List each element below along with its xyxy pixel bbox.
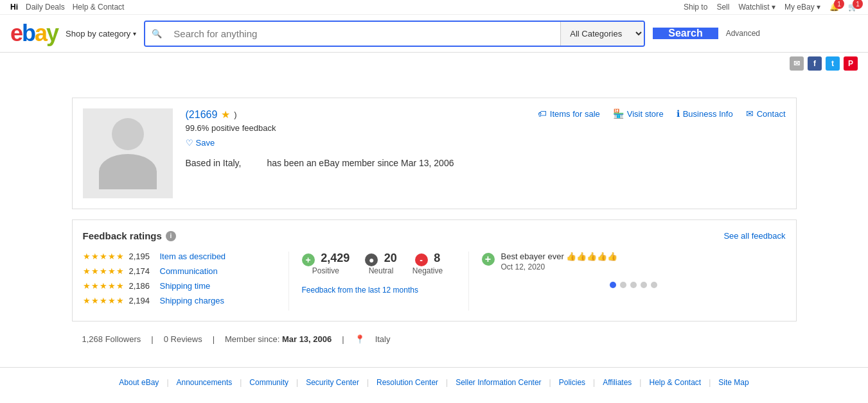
label-2: Communication [160, 266, 218, 276]
footer-affiliates[interactable]: Affiliates [603, 378, 632, 387]
ebay-logo[interactable]: ebay [10, 20, 58, 47]
neutral-stat: ● 20 Neutral [365, 252, 397, 275]
cart-badge: 1 [853, 0, 863, 9]
header-row: ebay Shop by category ▾ 🔍 All Categories… [0, 15, 868, 53]
feedback-info-icon[interactable]: i [166, 231, 176, 241]
dot-5[interactable] [651, 282, 657, 288]
footer-policies[interactable]: Policies [559, 378, 585, 387]
based-in: Based in Italy, [186, 158, 242, 168]
review-dots [482, 282, 786, 288]
profile-actions: 🏷 Items for sale 🏪 Visit store ℹ Busines… [538, 108, 786, 119]
negative-label: Negative [412, 266, 443, 275]
stars-4: ★★★★★ [83, 296, 124, 305]
daily-deals-link[interactable]: Daily Deals [26, 3, 65, 12]
shop-by-category[interactable]: Shop by category ▾ [66, 29, 136, 39]
my-ebay-link[interactable]: My eBay ▾ [784, 3, 820, 12]
stars-2: ★★★★★ [83, 266, 124, 276]
pinterest-share-icon[interactable]: P [844, 56, 858, 71]
negative-count: 8 [434, 252, 440, 264]
feedback-stats: + 2,429 Positive ● 20 Neutral [288, 252, 468, 311]
watchlist-link[interactable]: Watchlist ▾ [738, 3, 775, 12]
location-icon: 📍 [355, 334, 365, 344]
neutral-circle: ● [365, 253, 378, 266]
save-button[interactable]: ♡ Save [186, 138, 215, 148]
stars-1: ★★★★★ [83, 252, 124, 261]
footer-seller-info[interactable]: Seller Information Center [456, 378, 541, 387]
member-info-row: 1,268 Followers | 0 Reviews | Member sin… [72, 327, 797, 352]
cart[interactable]: 🛒 1 [848, 3, 858, 12]
footer-resolution-center[interactable]: Resolution Center [376, 378, 438, 387]
table-row: ★★★★★ 2,174 Communication [83, 266, 288, 276]
feedback-title-text: Feedback ratings [83, 230, 162, 241]
avatar [83, 108, 173, 198]
negative-circle: - [415, 253, 428, 266]
dot-4[interactable] [641, 282, 647, 288]
feedback-note: Feedback from the last 12 months [302, 286, 468, 295]
neutral-label: Neutral [365, 266, 397, 275]
advanced-link[interactable]: Advanced [726, 29, 760, 38]
neutral-count: 20 [384, 252, 397, 264]
profile-card: (21669 ★ ) 99.6% positive feedback ♡ Sav… [72, 98, 797, 209]
notification-badge: 1 [834, 0, 844, 9]
footer-announcements[interactable]: Announcements [177, 378, 233, 387]
table-row: ★★★★★ 2,186 Shipping time [83, 281, 288, 291]
member-since-label: Member since: Mar 13, 2006 [225, 334, 332, 344]
label-3: Shipping time [160, 281, 211, 291]
negative-stat: - 8 Negative [412, 252, 443, 275]
label-1: Item as described [160, 252, 226, 261]
positive-count: 2,429 [321, 252, 350, 264]
items-for-sale-link[interactable]: 🏷 Items for sale [538, 108, 600, 119]
count-2: 2,174 [129, 266, 155, 276]
table-row: ★★★★★ 2,195 Item as described [83, 252, 288, 261]
review-text: Best ebayer ever 👍👍👍👍👍 [501, 252, 618, 261]
feedback-section: Feedback ratings i See all feedback ★★★★… [72, 219, 797, 322]
items-icon: 🏷 [538, 108, 547, 119]
store-icon: 🏪 [613, 108, 624, 119]
positive-stat: + 2,429 Positive [302, 252, 350, 275]
member-since-text: has been an eBay member since Mar 13, 20… [267, 158, 454, 168]
email-share-icon[interactable]: ✉ [790, 56, 804, 71]
dot-1[interactable] [610, 282, 616, 288]
twitter-share-icon[interactable]: t [826, 56, 840, 71]
help-contact-link[interactable]: Help & Contact [73, 3, 125, 12]
footer-security-center[interactable]: Security Center [306, 378, 359, 387]
count-1: 2,195 [129, 252, 155, 261]
profile-info: (21669 ★ ) 99.6% positive feedback ♡ Sav… [186, 108, 786, 198]
search-input[interactable] [168, 22, 560, 46]
avatar-body [99, 154, 157, 189]
sell-link[interactable]: Sell [716, 3, 729, 12]
count-3: 2,186 [129, 281, 155, 291]
search-button[interactable]: Search [653, 28, 718, 39]
positive-label: Positive [302, 266, 350, 275]
footer-site-map[interactable]: Site Map [718, 378, 748, 387]
ratings-table: ★★★★★ 2,195 Item as described ★★★★★ 2,17… [83, 252, 288, 311]
best-review: + Best ebayer ever 👍👍👍👍👍 Oct 12, 2020 [468, 252, 786, 311]
business-info-link[interactable]: ℹ Business Info [677, 108, 733, 119]
footer-help-contact[interactable]: Help & Contact [649, 378, 701, 387]
reviews-count: 0 Reviews [164, 334, 202, 344]
shop-by-chevron: ▾ [133, 30, 136, 37]
see-all-feedback-link[interactable]: See all feedback [723, 231, 785, 241]
info-icon: ℹ [677, 108, 680, 119]
followers-count: 1,268 Followers [82, 334, 141, 344]
notifications[interactable]: 🔔 1 [829, 3, 839, 12]
footer-community[interactable]: Community [249, 378, 288, 387]
category-select[interactable]: All Categories [560, 22, 644, 46]
dot-2[interactable] [620, 282, 626, 288]
footer-links: About eBay | Announcements | Community |… [10, 378, 858, 387]
positive-feedback: 99.6% positive feedback [186, 123, 276, 133]
contact-icon: ✉ [746, 108, 754, 119]
stars-3: ★★★★★ [83, 281, 124, 291]
location-text: Italy [375, 334, 391, 344]
footer: About eBay | Announcements | Community |… [0, 367, 868, 397]
facebook-share-icon[interactable]: f [808, 56, 822, 71]
contact-link[interactable]: ✉ Contact [746, 108, 786, 119]
heart-icon: ♡ [186, 138, 193, 148]
dot-3[interactable] [630, 282, 637, 288]
footer-about-ebay[interactable]: About eBay [119, 378, 159, 387]
ship-to-link[interactable]: Ship to [684, 3, 707, 12]
label-4: Shipping charges [160, 296, 224, 305]
visit-store-link[interactable]: 🏪 Visit store [613, 108, 664, 119]
rating-star: ★ [221, 108, 230, 121]
top-nav: Hi Daily Deals Help & Contact Ship to Se… [0, 0, 868, 15]
